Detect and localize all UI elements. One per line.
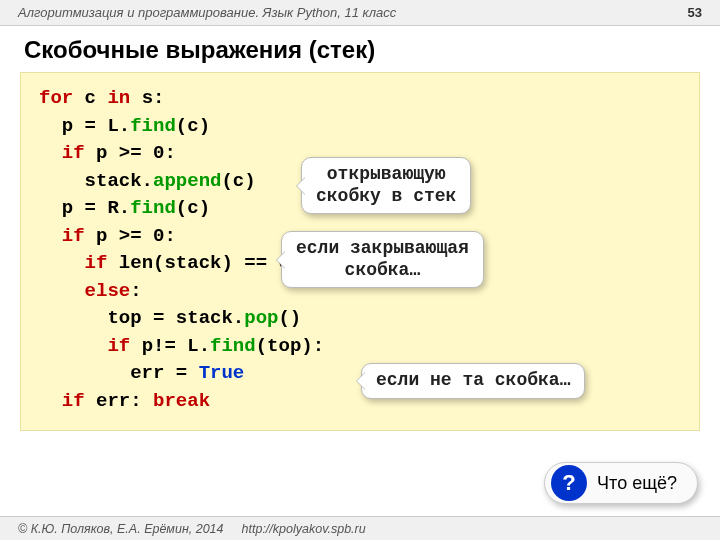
code-line: if err: break — [39, 388, 681, 416]
copyright: © К.Ю. Поляков, Е.А. Ерёмин, 2014 — [18, 522, 224, 536]
page-number: 53 — [688, 5, 702, 20]
hint-text: Что ещё? — [597, 473, 677, 494]
code-line: if p!= L.find(top): — [39, 333, 681, 361]
callout-wrong-bracket: если не та скобка… — [361, 363, 585, 399]
code-line: p = L.find(c) — [39, 113, 681, 141]
callout-open-bracket: открывающуюскобку в стек — [301, 157, 471, 214]
code-line: top = stack.pop() — [39, 305, 681, 333]
code-block: for c in s: p = L.find(c) if p >= 0: sta… — [20, 72, 700, 431]
code-line: for c in s: — [39, 85, 681, 113]
slide-footer: © К.Ю. Поляков, Е.А. Ерёмин, 2014 http:/… — [0, 516, 720, 540]
slide-title: Скобочные выражения (стек) — [0, 26, 720, 72]
slide-header: Алгоритмизация и программирование. Язык … — [0, 0, 720, 26]
course-title: Алгоритмизация и программирование. Язык … — [18, 5, 396, 20]
callout-closing-bracket: если закрывающаяскобка… — [281, 231, 484, 288]
hint-pill: ? Что ещё? — [544, 462, 698, 504]
footer-url: http://kpolyakov.spb.ru — [242, 522, 366, 536]
question-icon: ? — [551, 465, 587, 501]
